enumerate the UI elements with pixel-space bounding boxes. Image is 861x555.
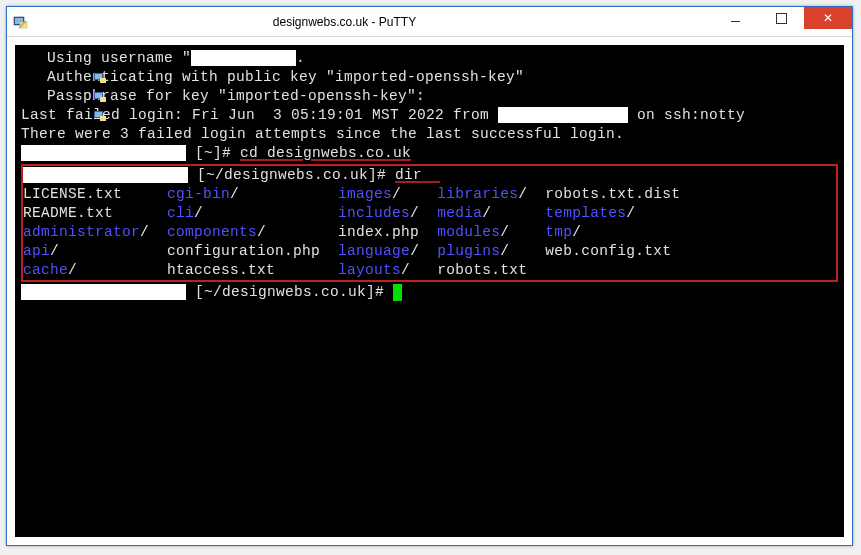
terminal-line: There were 3 failed login attempts since…: [21, 125, 838, 144]
redacted-host: [21, 145, 186, 161]
terminal[interactable]: Using username ". Authenticating with pu…: [15, 45, 844, 537]
close-button[interactable]: [804, 7, 852, 29]
titlebar[interactable]: designwebs.co.uk - PuTTY: [7, 7, 852, 37]
highlighted-output-box: [~/designwebs.co.uk]# dir LICENSE.txt cg…: [21, 164, 838, 282]
putty-icon: [13, 14, 29, 30]
terminal-line: Last failed login: Fri Jun 3 05:19:01 MS…: [21, 106, 838, 125]
minimize-button[interactable]: [712, 7, 758, 29]
terminal-line: Authenticating with public key "imported…: [21, 68, 838, 87]
svg-rect-12: [100, 116, 106, 121]
window-title: designwebs.co.uk - PuTTY: [0, 15, 712, 29]
terminal-line: [~/designwebs.co.uk]#: [21, 283, 838, 302]
terminal-line: Passphrase for key "imported-openssh-key…: [21, 87, 838, 106]
putty-window: designwebs.co.uk - PuTTY Using username …: [6, 6, 853, 546]
prompt: [~/designwebs.co.uk]#: [195, 284, 393, 300]
redacted-username: [191, 50, 296, 66]
putty-line-icon: [21, 52, 39, 66]
redacted-host: [23, 167, 188, 183]
terminal-line: [~]# cd designwebs.co.uk: [21, 144, 838, 163]
maximize-button[interactable]: [758, 7, 804, 29]
prompt: [~/designwebs.co.uk]#: [197, 167, 395, 183]
directory-listing: LICENSE.txt cgi-bin/ images/ libraries/ …: [23, 185, 834, 280]
text: Authenticating with public key "imported…: [47, 68, 524, 87]
text: .: [296, 50, 305, 66]
terminal-line: Using username ".: [21, 49, 838, 68]
putty-line-icon: [21, 71, 39, 85]
redacted-ip: [498, 107, 628, 123]
svg-rect-6: [100, 78, 106, 83]
command: dir: [395, 167, 422, 183]
putty-line-icon: [21, 90, 39, 104]
prompt: [~]#: [195, 145, 240, 161]
command: cd designwebs.co.uk: [240, 145, 411, 161]
text: on ssh:notty: [628, 107, 745, 123]
terminal-line: [~/designwebs.co.uk]# dir: [23, 166, 834, 185]
text: Using username ": [47, 50, 191, 66]
text: There were 3 failed login attempts since…: [21, 125, 624, 144]
cursor: [393, 284, 402, 301]
svg-rect-9: [100, 97, 106, 102]
redacted-host: [21, 284, 186, 300]
window-controls: [712, 7, 852, 36]
